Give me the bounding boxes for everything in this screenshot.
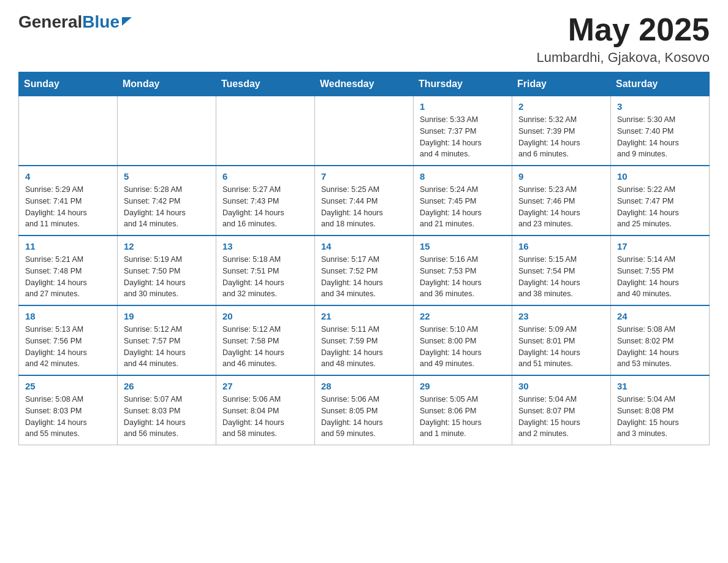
week-row-4: 18Sunrise: 5:13 AMSunset: 7:56 PMDayligh…: [19, 305, 710, 375]
day-number: 23: [518, 311, 604, 321]
calendar-table: SundayMondayTuesdayWednesdayThursdayFrid…: [18, 72, 710, 445]
calendar-cell: 6Sunrise: 5:27 AMSunset: 7:43 PMDaylight…: [216, 166, 315, 236]
calendar-cell: 17Sunrise: 5:14 AMSunset: 7:55 PMDayligh…: [611, 236, 710, 305]
day-info: Sunrise: 5:32 AMSunset: 7:39 PMDaylight:…: [518, 114, 604, 160]
month-title: May 2025: [537, 12, 710, 47]
day-number: 11: [25, 241, 111, 251]
day-info: Sunrise: 5:29 AMSunset: 7:41 PMDaylight:…: [25, 184, 111, 230]
day-info: Sunrise: 5:21 AMSunset: 7:48 PMDaylight:…: [25, 254, 111, 300]
day-info: Sunrise: 5:15 AMSunset: 7:54 PMDaylight:…: [518, 254, 604, 300]
day-info: Sunrise: 5:11 AMSunset: 7:59 PMDaylight:…: [321, 324, 407, 370]
day-info: Sunrise: 5:28 AMSunset: 7:42 PMDaylight:…: [124, 184, 210, 230]
day-number: 18: [25, 311, 111, 321]
day-info: Sunrise: 5:08 AMSunset: 8:02 PMDaylight:…: [617, 324, 703, 370]
day-info: Sunrise: 5:16 AMSunset: 7:53 PMDaylight:…: [420, 254, 506, 300]
logo-general-text: GeneralBlue: [18, 12, 119, 32]
day-number: 21: [321, 311, 407, 321]
calendar-cell: 10Sunrise: 5:22 AMSunset: 7:47 PMDayligh…: [611, 166, 710, 236]
page-header: GeneralBlue May 2025 Lumbardhi, Gjakova,…: [18, 12, 710, 66]
day-info: Sunrise: 5:13 AMSunset: 7:56 PMDaylight:…: [25, 324, 111, 370]
weekday-header-wednesday: Wednesday: [315, 72, 414, 96]
day-number: 6: [222, 171, 308, 182]
week-row-2: 4Sunrise: 5:29 AMSunset: 7:41 PMDaylight…: [19, 166, 710, 236]
day-info: Sunrise: 5:05 AMSunset: 8:06 PMDaylight:…: [420, 394, 506, 440]
day-info: Sunrise: 5:06 AMSunset: 8:04 PMDaylight:…: [222, 394, 308, 440]
day-info: Sunrise: 5:07 AMSunset: 8:03 PMDaylight:…: [124, 394, 210, 440]
calendar-cell: 23Sunrise: 5:09 AMSunset: 8:01 PMDayligh…: [512, 305, 611, 375]
calendar-cell: 22Sunrise: 5:10 AMSunset: 8:00 PMDayligh…: [414, 305, 512, 375]
calendar-cell: 25Sunrise: 5:08 AMSunset: 8:03 PMDayligh…: [19, 375, 118, 445]
weekday-header-tuesday: Tuesday: [216, 72, 315, 96]
day-number: 22: [420, 311, 506, 321]
calendar-cell: [315, 96, 414, 166]
day-info: Sunrise: 5:25 AMSunset: 7:44 PMDaylight:…: [321, 184, 407, 230]
day-info: Sunrise: 5:10 AMSunset: 8:00 PMDaylight:…: [420, 324, 506, 370]
calendar-cell: 11Sunrise: 5:21 AMSunset: 7:48 PMDayligh…: [19, 236, 118, 305]
calendar-cell: 7Sunrise: 5:25 AMSunset: 7:44 PMDaylight…: [315, 166, 414, 236]
calendar-cell: 8Sunrise: 5:24 AMSunset: 7:45 PMDaylight…: [414, 166, 512, 236]
calendar-cell: [216, 96, 315, 166]
day-number: 20: [222, 311, 308, 321]
day-number: 3: [617, 101, 703, 112]
calendar-cell: 27Sunrise: 5:06 AMSunset: 8:04 PMDayligh…: [216, 375, 315, 445]
day-number: 25: [25, 381, 111, 391]
day-number: 9: [518, 171, 604, 182]
calendar-cell: 21Sunrise: 5:11 AMSunset: 7:59 PMDayligh…: [315, 305, 414, 375]
calendar-cell: 4Sunrise: 5:29 AMSunset: 7:41 PMDaylight…: [19, 166, 118, 236]
calendar-cell: 13Sunrise: 5:18 AMSunset: 7:51 PMDayligh…: [216, 236, 315, 305]
calendar-cell: 29Sunrise: 5:05 AMSunset: 8:06 PMDayligh…: [414, 375, 512, 445]
calendar-cell: 5Sunrise: 5:28 AMSunset: 7:42 PMDaylight…: [118, 166, 216, 236]
calendar-cell: [118, 96, 216, 166]
day-number: 15: [420, 241, 506, 251]
day-number: 27: [222, 381, 308, 391]
day-number: 10: [617, 171, 703, 182]
day-info: Sunrise: 5:06 AMSunset: 8:05 PMDaylight:…: [321, 394, 407, 440]
day-info: Sunrise: 5:22 AMSunset: 7:47 PMDaylight:…: [617, 184, 703, 230]
day-info: Sunrise: 5:24 AMSunset: 7:45 PMDaylight:…: [420, 184, 506, 230]
day-number: 1: [420, 101, 506, 112]
day-info: Sunrise: 5:27 AMSunset: 7:43 PMDaylight:…: [222, 184, 308, 230]
day-number: 31: [617, 381, 703, 391]
week-row-3: 11Sunrise: 5:21 AMSunset: 7:48 PMDayligh…: [19, 236, 710, 305]
calendar-cell: 9Sunrise: 5:23 AMSunset: 7:46 PMDaylight…: [512, 166, 611, 236]
calendar-cell: 28Sunrise: 5:06 AMSunset: 8:05 PMDayligh…: [315, 375, 414, 445]
day-number: 30: [518, 381, 604, 391]
day-info: Sunrise: 5:04 AMSunset: 8:08 PMDaylight:…: [617, 394, 703, 440]
weekday-header-sunday: Sunday: [19, 72, 118, 96]
day-number: 26: [124, 381, 210, 391]
day-info: Sunrise: 5:23 AMSunset: 7:46 PMDaylight:…: [518, 184, 604, 230]
calendar-cell: 24Sunrise: 5:08 AMSunset: 8:02 PMDayligh…: [611, 305, 710, 375]
calendar-cell: 26Sunrise: 5:07 AMSunset: 8:03 PMDayligh…: [118, 375, 216, 445]
day-info: Sunrise: 5:33 AMSunset: 7:37 PMDaylight:…: [420, 114, 506, 160]
calendar-cell: 18Sunrise: 5:13 AMSunset: 7:56 PMDayligh…: [19, 305, 118, 375]
weekday-header-saturday: Saturday: [611, 72, 710, 96]
weekday-header-friday: Friday: [512, 72, 611, 96]
day-number: 29: [420, 381, 506, 391]
day-number: 12: [124, 241, 210, 251]
day-number: 14: [321, 241, 407, 251]
day-number: 13: [222, 241, 308, 251]
calendar-cell: 15Sunrise: 5:16 AMSunset: 7:53 PMDayligh…: [414, 236, 512, 305]
calendar-cell: 14Sunrise: 5:17 AMSunset: 7:52 PMDayligh…: [315, 236, 414, 305]
calendar-cell: 30Sunrise: 5:04 AMSunset: 8:07 PMDayligh…: [512, 375, 611, 445]
location-text: Lumbardhi, Gjakova, Kosovo: [537, 50, 710, 66]
calendar-cell: 2Sunrise: 5:32 AMSunset: 7:39 PMDaylight…: [512, 96, 611, 166]
calendar-cell: 12Sunrise: 5:19 AMSunset: 7:50 PMDayligh…: [118, 236, 216, 305]
calendar-cell: 19Sunrise: 5:12 AMSunset: 7:57 PMDayligh…: [118, 305, 216, 375]
weekday-header-row: SundayMondayTuesdayWednesdayThursdayFrid…: [19, 72, 710, 96]
day-number: 19: [124, 311, 210, 321]
calendar-cell: 16Sunrise: 5:15 AMSunset: 7:54 PMDayligh…: [512, 236, 611, 305]
day-number: 5: [124, 171, 210, 182]
calendar-cell: 20Sunrise: 5:12 AMSunset: 7:58 PMDayligh…: [216, 305, 315, 375]
day-number: 7: [321, 171, 407, 182]
day-info: Sunrise: 5:09 AMSunset: 8:01 PMDaylight:…: [518, 324, 604, 370]
day-number: 17: [617, 241, 703, 251]
logo: GeneralBlue: [18, 12, 132, 32]
day-number: 8: [420, 171, 506, 182]
day-info: Sunrise: 5:30 AMSunset: 7:40 PMDaylight:…: [617, 114, 703, 160]
calendar-cell: 3Sunrise: 5:30 AMSunset: 7:40 PMDaylight…: [611, 96, 710, 166]
day-number: 28: [321, 381, 407, 391]
header-right: May 2025 Lumbardhi, Gjakova, Kosovo: [537, 12, 710, 66]
day-number: 4: [25, 171, 111, 182]
day-info: Sunrise: 5:19 AMSunset: 7:50 PMDaylight:…: [124, 254, 210, 300]
